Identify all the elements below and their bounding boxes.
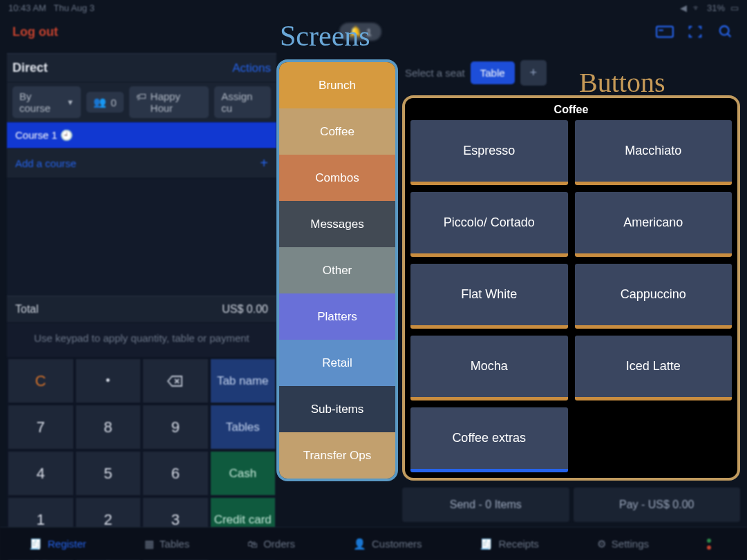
orders-icon: 🛍 bbox=[247, 538, 258, 550]
product-mocha[interactable]: Mocha bbox=[410, 336, 568, 400]
screen-coffee[interactable]: Coffee bbox=[279, 108, 395, 155]
nav-receipts[interactable]: 🧾Receipts bbox=[480, 538, 538, 550]
status-dots bbox=[707, 539, 718, 550]
bottom-nav: 🧾Register ▦Tables 🛍Orders 👤Customers 🧾Re… bbox=[0, 527, 747, 560]
people-icon: 👥 bbox=[93, 96, 106, 108]
buttons-box: Coffee EspressoMacchiatoPiccolo/ Cortado… bbox=[402, 95, 740, 481]
nav-orders[interactable]: 🛍Orders bbox=[247, 538, 295, 550]
buttons-title: Coffee bbox=[410, 104, 732, 120]
notification-pill[interactable]: 🔔 1 bbox=[339, 23, 381, 41]
key-6[interactable]: 6 bbox=[143, 452, 208, 495]
keypad-hint: Use keypad to apply quantity, table or p… bbox=[7, 322, 276, 358]
nav-tables[interactable]: ▦Tables bbox=[144, 538, 189, 550]
select-seat-hint: Select a seat bbox=[405, 67, 465, 79]
tag-icon: 🏷 bbox=[136, 90, 146, 114]
pay-button[interactable]: Pay - US$ 0.00 bbox=[574, 487, 741, 522]
bell-icon: 🔔 bbox=[349, 26, 362, 38]
actions-button[interactable]: Actions bbox=[232, 61, 271, 75]
key-backspace[interactable] bbox=[143, 359, 208, 403]
order-items-area bbox=[7, 178, 276, 296]
screen-retail[interactable]: Retail bbox=[279, 340, 395, 386]
add-course-button[interactable]: Add a course + bbox=[7, 148, 276, 178]
tables-icon: ▦ bbox=[144, 538, 154, 550]
product-macchiato[interactable]: Macchiato bbox=[575, 120, 732, 185]
caret-down-icon: ▼ bbox=[66, 98, 74, 106]
screen-platters[interactable]: Platters bbox=[279, 293, 395, 340]
svg-rect-0 bbox=[656, 26, 673, 37]
by-course-button[interactable]: By course▼ bbox=[12, 86, 81, 118]
total-label: Total bbox=[15, 303, 39, 316]
key-dot[interactable]: • bbox=[76, 359, 141, 403]
nav-register[interactable]: 🧾Register bbox=[29, 538, 86, 550]
total-row: Total US$ 0.00 bbox=[7, 296, 276, 322]
top-bar: Log out 🔔 1 bbox=[0, 16, 747, 53]
happy-hour-button[interactable]: 🏷Happy Hour bbox=[129, 86, 209, 118]
screen-brunch[interactable]: Brunch bbox=[279, 62, 395, 108]
key-cash[interactable]: Cash bbox=[211, 452, 276, 495]
covers-button[interactable]: 👥0 bbox=[86, 92, 123, 113]
register-icon: 🧾 bbox=[29, 538, 42, 550]
status-date: Thu Aug 3 bbox=[54, 3, 95, 13]
key-7[interactable]: 7 bbox=[8, 405, 73, 449]
status-bar: 10:43 AM Thu Aug 3 ◀ ᯤ 31% ▭ bbox=[0, 0, 747, 16]
battery-label: 31% bbox=[707, 3, 725, 13]
svg-line-3 bbox=[728, 34, 731, 37]
product-iced-latte[interactable]: Iced Latte bbox=[575, 336, 732, 400]
svg-point-2 bbox=[720, 26, 729, 35]
key-4[interactable]: 4 bbox=[8, 452, 73, 495]
receipts-icon: 🧾 bbox=[480, 538, 493, 550]
logout-button[interactable]: Log out bbox=[12, 25, 58, 39]
key-8[interactable]: 8 bbox=[76, 405, 141, 449]
screens-column: BrunchCoffeeCombosMessagesOtherPlattersR… bbox=[276, 53, 398, 560]
total-value: US$ 0.00 bbox=[222, 303, 268, 316]
key-tables[interactable]: Tables bbox=[211, 405, 276, 449]
notif-count: 1 bbox=[366, 26, 372, 38]
nav-settings[interactable]: ⚙Settings bbox=[597, 538, 649, 550]
product-americano[interactable]: Americano bbox=[575, 192, 732, 257]
product-espresso[interactable]: Espresso bbox=[410, 120, 568, 185]
clock-icon: 🕘 bbox=[60, 129, 73, 141]
course-row[interactable]: Course 1 🕘 bbox=[7, 122, 276, 148]
nav-customers[interactable]: 👤Customers bbox=[353, 538, 422, 550]
key-clear[interactable]: C bbox=[8, 359, 73, 403]
product-flat-white[interactable]: Flat White bbox=[410, 264, 568, 329]
location-icon: ◀ bbox=[680, 3, 687, 13]
product-piccolo-cortado[interactable]: Piccolo/ Cortado bbox=[410, 192, 568, 257]
products-panel: Select a seat Table + Coffee EspressoMac… bbox=[398, 53, 740, 560]
screen-other[interactable]: Other bbox=[279, 247, 395, 293]
send-button[interactable]: Send - 0 Items bbox=[402, 487, 569, 522]
screen-sub-items[interactable]: Sub-items bbox=[279, 386, 395, 432]
order-panel: Direct Actions By course▼ 👥0 🏷Happy Hour… bbox=[7, 53, 276, 560]
customers-icon: 👤 bbox=[353, 538, 366, 550]
gear-icon: ⚙ bbox=[597, 538, 606, 550]
product-cappuccino[interactable]: Cappuccino bbox=[575, 264, 732, 329]
key-9[interactable]: 9 bbox=[143, 405, 208, 449]
search-icon[interactable] bbox=[717, 24, 735, 39]
key-tab-name[interactable]: Tab name bbox=[211, 359, 276, 403]
card-icon[interactable] bbox=[656, 24, 674, 39]
plus-icon: + bbox=[260, 155, 268, 171]
assign-customer-button[interactable]: Assign cu bbox=[214, 86, 271, 118]
add-seat-button[interactable]: + bbox=[520, 60, 547, 86]
svg-rect-1 bbox=[659, 30, 663, 31]
screen-combos[interactable]: Combos bbox=[279, 155, 395, 201]
wifi-icon: ᯤ bbox=[692, 3, 701, 13]
key-5[interactable]: 5 bbox=[76, 452, 141, 495]
table-button[interactable]: Table bbox=[471, 61, 515, 84]
order-title: Direct bbox=[12, 61, 48, 75]
status-time: 10:43 AM bbox=[8, 3, 46, 13]
battery-icon: ▭ bbox=[730, 3, 739, 13]
screen-messages[interactable]: Messages bbox=[279, 201, 395, 247]
screen-transfer-ops[interactable]: Transfer Ops bbox=[279, 432, 395, 479]
product-coffee-extras[interactable]: Coffee extras bbox=[410, 407, 568, 472]
scan-icon[interactable] bbox=[686, 24, 704, 39]
